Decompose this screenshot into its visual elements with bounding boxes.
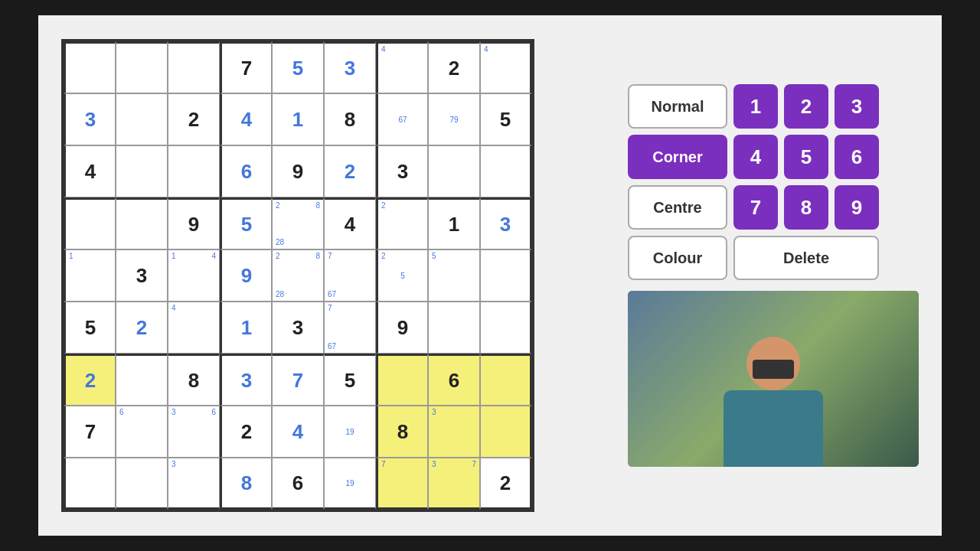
cell-6-5[interactable]: 5 [324,354,376,406]
cell-8-3[interactable]: 8 [220,458,272,510]
cell-0-7[interactable]: 2 [428,41,480,93]
person-silhouette [724,337,823,467]
cell-2-2[interactable] [168,145,220,197]
cell-value-3-7: 1 [449,214,459,234]
cell-6-4[interactable]: 7 [272,354,324,406]
num-btn-8[interactable]: 8 [784,185,828,230]
cell-3-7[interactable]: 1 [428,197,480,249]
num-btn-2[interactable]: 2 [784,84,828,129]
cell-7-7[interactable]: 3 [428,406,480,458]
sudoku-grid[interactable]: 7534243241867795469239528284213131492828… [61,39,534,512]
cell-7-6[interactable]: 8 [376,406,428,458]
cell-3-8[interactable]: 3 [480,197,532,249]
cell-4-4[interactable]: 2828 [272,249,324,302]
cell-7-3[interactable]: 2 [220,406,272,458]
cell-0-8[interactable]: 4 [480,41,532,93]
cell-8-7[interactable]: 37 [428,458,480,510]
cell-1-5[interactable]: 8 [324,93,376,145]
cell-3-3[interactable]: 5 [220,197,272,249]
cell-5-6[interactable]: 9 [376,302,428,354]
cell-6-6[interactable] [376,354,428,406]
cell-2-3[interactable]: 6 [220,145,272,197]
cell-8-5[interactable]: 19 [324,458,376,510]
cell-7-5[interactable]: 19 [324,406,376,458]
cell-0-5[interactable]: 3 [324,41,376,93]
cell-3-5[interactable]: 4 [324,197,376,249]
cell-8-0[interactable] [64,458,116,510]
cell-1-6[interactable]: 67 [376,93,428,145]
num-btn-4[interactable]: 4 [733,135,778,179]
num-btn-9[interactable]: 9 [835,185,879,230]
num-btn-7[interactable]: 7 [733,185,778,230]
cell-2-4[interactable]: 9 [272,145,324,197]
mode-btn-colour[interactable]: Colour [628,236,727,280]
cell-3-2[interactable]: 9 [168,197,220,249]
cell-0-1[interactable] [116,41,168,93]
cell-4-7[interactable]: 5 [428,249,480,302]
cell-0-4[interactable]: 5 [272,41,324,93]
cell-3-4[interactable]: 2828 [272,197,324,249]
cell-1-1[interactable] [116,93,168,145]
cell-1-2[interactable]: 2 [168,93,220,145]
cell-7-1[interactable]: 6 [116,406,168,458]
cell-7-0[interactable]: 7 [64,406,116,458]
cell-0-6[interactable]: 4 [376,41,428,93]
cell-4-1[interactable]: 3 [116,249,168,302]
cell-value-0-4: 5 [292,58,303,78]
cell-0-3[interactable]: 7 [220,41,272,93]
mode-btn-normal[interactable]: Normal [628,84,727,129]
cell-6-8[interactable] [480,354,532,406]
cell-1-3[interactable]: 4 [220,93,272,145]
cell-3-0[interactable] [64,197,116,249]
mode-btn-corner[interactable]: Corner [628,135,727,179]
cell-7-2[interactable]: 36 [168,406,220,458]
cell-4-5[interactable]: 767 [324,249,376,302]
cell-2-8[interactable] [480,145,532,197]
cell-2-5[interactable]: 2 [324,145,376,197]
num-btn-3[interactable]: 3 [835,84,879,129]
cell-1-7[interactable]: 79 [428,93,480,145]
cell-6-2[interactable]: 8 [168,354,220,406]
cell-2-7[interactable] [428,145,480,197]
cell-4-6[interactable]: 25 [376,249,428,302]
num-btn-6[interactable]: 6 [835,135,879,179]
cell-6-7[interactable]: 6 [428,354,480,406]
cell-4-0[interactable]: 1 [64,249,116,302]
cell-5-2[interactable]: 4 [168,302,220,354]
cell-5-7[interactable] [428,302,480,354]
cell-2-1[interactable] [116,145,168,197]
cell-1-0[interactable]: 3 [64,93,116,145]
cell-3-6[interactable]: 2 [376,197,428,249]
cell-8-2[interactable]: 3 [168,458,220,510]
cell-5-0[interactable]: 5 [64,302,116,354]
delete-button[interactable]: Delete [733,236,879,280]
corner-mark-bl-3-4: 28 [276,239,284,246]
cell-4-3[interactable]: 9 [220,249,272,302]
cell-5-3[interactable]: 1 [220,302,272,354]
cell-5-8[interactable] [480,302,532,354]
cell-8-4[interactable]: 6 [272,458,324,510]
cell-5-4[interactable]: 3 [272,302,324,354]
cell-7-4[interactable]: 4 [272,406,324,458]
cell-2-6[interactable]: 3 [376,145,428,197]
num-btn-5[interactable]: 5 [784,135,828,179]
num-btn-1[interactable]: 1 [733,84,778,129]
cell-7-8[interactable] [480,406,532,458]
cell-2-0[interactable]: 4 [64,145,116,197]
cell-1-8[interactable]: 5 [480,93,532,145]
cell-8-8[interactable]: 2 [480,458,532,510]
cell-5-1[interactable]: 2 [116,302,168,354]
cell-4-8[interactable] [480,249,532,302]
cell-1-4[interactable]: 1 [272,93,324,145]
cell-4-2[interactable]: 14 [168,249,220,302]
cell-6-0[interactable]: 2 [64,354,116,406]
cell-6-1[interactable] [116,354,168,406]
cell-8-1[interactable] [116,458,168,510]
mode-btn-centre[interactable]: Centre [628,185,727,230]
cell-5-5[interactable]: 767 [324,302,376,354]
cell-3-1[interactable] [116,197,168,249]
cell-0-2[interactable] [168,41,220,93]
cell-6-3[interactable]: 3 [220,354,272,406]
cell-0-0[interactable] [64,41,116,93]
cell-8-6[interactable]: 7 [376,458,428,510]
